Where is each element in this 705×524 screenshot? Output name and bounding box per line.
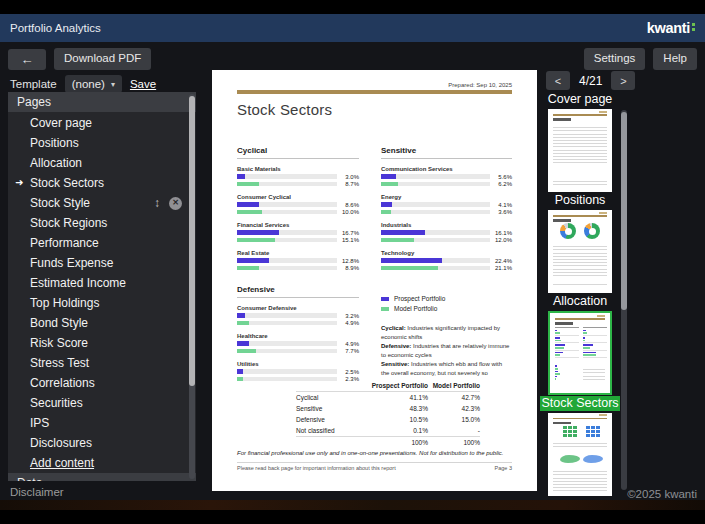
template-dropdown[interactable]: (none) ▾ bbox=[65, 75, 122, 93]
sidebar-item-label: Estimated Income bbox=[30, 276, 126, 290]
table-cell: Prospect Portfolio bbox=[370, 382, 428, 389]
download-pdf-button[interactable]: Download PDF bbox=[54, 48, 151, 70]
chart-legend: Prospect Portfolio Model Portfolio bbox=[381, 295, 512, 312]
bar-value: 8.6% bbox=[337, 202, 359, 208]
sidebar-item-disclosures[interactable]: Disclosures bbox=[8, 433, 196, 453]
sidebar-item-cover-page[interactable]: Cover page bbox=[8, 113, 196, 133]
disclaimer-link[interactable]: Disclaimer bbox=[10, 486, 64, 498]
table-row: Not classified0.1%- bbox=[296, 425, 480, 436]
help-button[interactable]: Help bbox=[653, 48, 697, 70]
pages-list: Cover pagePositionsAllocation➜Stock Sect… bbox=[8, 113, 196, 473]
sidebar-item-top-holdings[interactable]: Top Holdings bbox=[8, 293, 196, 313]
row-controls: ↕✕ bbox=[154, 193, 182, 213]
thumbnail-allocation[interactable] bbox=[548, 210, 612, 293]
sidebar-item-stock-style[interactable]: Stock Style↕✕ bbox=[8, 193, 196, 213]
sector-name: Consumer Cyclical bbox=[237, 194, 359, 200]
prospect-bar bbox=[237, 341, 249, 346]
sector-name: Basic Materials bbox=[237, 166, 359, 172]
thumbnail-label-allocation[interactable]: Allocation bbox=[553, 294, 607, 309]
bar-line: 12.0% bbox=[381, 237, 512, 243]
sidebar-item-label: IPS bbox=[30, 416, 49, 430]
cyclical-section: CyclicalBasic Materials3.0%8.7%Consumer … bbox=[237, 146, 359, 271]
table-cell: - bbox=[428, 427, 480, 434]
prospect-bar bbox=[381, 258, 442, 263]
mini-page-tag bbox=[599, 111, 607, 113]
table-cell: Sensitive bbox=[296, 405, 370, 412]
prospect-bar bbox=[237, 202, 259, 207]
bar-line: 3.6% bbox=[381, 209, 512, 215]
sidebar-item-performance[interactable]: Performance bbox=[8, 233, 196, 253]
data-section-header: Data bbox=[8, 473, 196, 481]
app-title: Portfolio Analytics bbox=[10, 22, 101, 34]
bar-track bbox=[381, 174, 490, 179]
sidebar-item-stock-regions[interactable]: Stock Regions bbox=[8, 213, 196, 233]
desktop-wallpaper-strip bbox=[0, 500, 705, 510]
sidebar-item-allocation[interactable]: Allocation bbox=[8, 153, 196, 173]
bar-line: 22.4% bbox=[381, 258, 512, 264]
bar-track bbox=[237, 258, 337, 263]
mini-accent-bar bbox=[553, 215, 607, 217]
back-button[interactable]: ← bbox=[8, 49, 46, 70]
next-page-button[interactable]: > bbox=[611, 71, 635, 90]
mini-accent-bar bbox=[553, 418, 607, 420]
mini-footer-rows bbox=[553, 179, 607, 185]
thumbnail-stock-style-grids[interactable] bbox=[548, 413, 612, 496]
template-dropdown-value: (none) bbox=[72, 78, 105, 90]
prospect-bar bbox=[237, 313, 245, 318]
thumbnail-positions[interactable] bbox=[548, 109, 612, 192]
bar-line: 5.6% bbox=[381, 174, 512, 180]
table-row: Defensive10.5%15.0% bbox=[296, 414, 480, 425]
sidebar-item-correlations[interactable]: Correlations bbox=[8, 373, 196, 393]
sidebar-item-funds-expense[interactable]: Funds Expense bbox=[8, 253, 196, 273]
thumbnail-label-stock-sectors[interactable]: Stock Sectors bbox=[540, 396, 620, 411]
thumbnails-scrollbar[interactable] bbox=[621, 110, 627, 490]
sidebar-item-risk-score[interactable]: Risk Score bbox=[8, 333, 196, 353]
settings-button[interactable]: Settings bbox=[584, 48, 646, 70]
mini-table-rows bbox=[553, 244, 607, 278]
model-bar bbox=[381, 266, 438, 271]
bar-value: 15.1% bbox=[337, 237, 359, 243]
sector-name: Industrials bbox=[381, 222, 512, 228]
mini-world-map bbox=[583, 455, 603, 463]
add-content-link[interactable]: Add content bbox=[8, 453, 196, 473]
model-bar bbox=[237, 182, 259, 187]
sidebar-scrollbar-thumb[interactable] bbox=[189, 96, 195, 386]
summary-table: Prospect PortfolioModel PortfolioCyclica… bbox=[296, 380, 480, 448]
bar-value: 12.8% bbox=[337, 258, 359, 264]
sidebar-item-label: Risk Score bbox=[30, 336, 88, 350]
thumbnail-label-positions[interactable]: Positions bbox=[555, 193, 606, 208]
mini-title bbox=[553, 118, 571, 121]
sector-columns: CyclicalBasic Materials3.0%8.7%Consumer … bbox=[237, 146, 512, 389]
prospect-swatch-icon bbox=[381, 297, 389, 301]
bar-value: 4.9% bbox=[337, 341, 359, 347]
model-bar bbox=[381, 238, 414, 243]
sidebar-item-stress-test[interactable]: Stress Test bbox=[8, 353, 196, 373]
thumbnail-stock-sectors[interactable] bbox=[548, 311, 612, 394]
bar-value: 22.4% bbox=[490, 258, 512, 264]
save-template-link[interactable]: Save bbox=[130, 78, 156, 90]
thumbnails-scrollbar-thumb[interactable] bbox=[621, 112, 627, 310]
mini-style-grid bbox=[562, 425, 577, 437]
sidebar-item-securities[interactable]: Securities bbox=[8, 393, 196, 413]
sidebar-item-ips[interactable]: IPS bbox=[8, 413, 196, 433]
sector-row-healthcare: Healthcare4.9%7.7% bbox=[237, 333, 359, 354]
sidebar-item-positions[interactable]: Positions bbox=[8, 133, 196, 153]
model-bar bbox=[237, 321, 249, 326]
bar-line: 21.1% bbox=[381, 265, 512, 271]
sidebar-item-bond-style[interactable]: Bond Style bbox=[8, 313, 196, 333]
kwanti-logo: kwanti bbox=[647, 20, 695, 36]
thumbnail-label-cover-page[interactable]: Cover page bbox=[548, 92, 613, 107]
definition-sensitive: Sensitive: Industries which ebb and flow… bbox=[381, 360, 512, 378]
report-title: Stock Sectors bbox=[237, 101, 332, 118]
previous-page-button[interactable]: < bbox=[546, 71, 570, 90]
remove-page-icon[interactable]: ✕ bbox=[169, 197, 182, 210]
sidebar-item-estimated-income[interactable]: Estimated Income bbox=[8, 273, 196, 293]
bar-value: 4.9% bbox=[337, 320, 359, 326]
section-header: Defensive bbox=[237, 285, 359, 298]
sidebar-item-stock-sectors[interactable]: ➜Stock Sectors bbox=[8, 173, 196, 193]
sidebar-item-label: Disclosures bbox=[30, 436, 92, 450]
mini-bar-column bbox=[583, 327, 607, 359]
sidebar-scrollbar[interactable] bbox=[189, 94, 195, 479]
prospect-bar bbox=[381, 202, 392, 207]
move-page-icon[interactable]: ↕ bbox=[154, 193, 160, 213]
